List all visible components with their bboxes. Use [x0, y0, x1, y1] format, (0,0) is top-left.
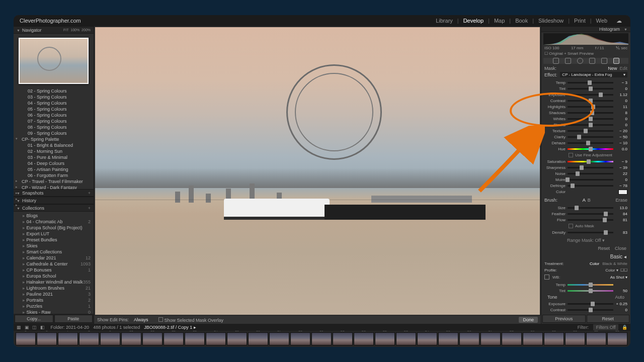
slider-dehaze[interactable]: Dehaze− 10 [544, 140, 627, 146]
slider-temp[interactable]: Temp− 3 [544, 79, 627, 85]
range-mask[interactable]: Range Mask: Off ▾ [541, 236, 630, 244]
filter-lock-icon[interactable]: 🔒 [622, 325, 627, 330]
collection-item[interactable]: Smart Collections [14, 249, 94, 255]
slider-contrast[interactable]: Contrast0 [544, 98, 627, 104]
preset-item[interactable]: 08 - Spring Colours [14, 124, 94, 130]
slider-whites[interactable]: Whites0 [544, 116, 627, 122]
show-pins-mode[interactable]: Always [134, 317, 148, 322]
slider-highlights[interactable]: Highlights11 [544, 104, 627, 110]
brush-b[interactable]: B [588, 198, 591, 203]
collection-item[interactable]: Lightroom Brushes21 [14, 285, 94, 291]
overlay-checkbox[interactable] [158, 317, 163, 322]
filmstrip-thumb[interactable]: 9 [100, 332, 120, 345]
filmstrip-thumb[interactable]: 21 [354, 332, 374, 345]
slider-feather[interactable]: Feather84 [544, 211, 627, 217]
slider-temp[interactable]: Temp [544, 282, 627, 288]
filmstrip-thumb[interactable]: 32 [586, 332, 606, 345]
brush-erase[interactable]: Erase [615, 198, 627, 203]
history-header[interactable]: History [14, 197, 94, 204]
slider-contrast[interactable]: Contrast0 [544, 307, 627, 313]
brush-tool-icon[interactable] [613, 58, 619, 64]
histogram-header[interactable]: Histogram [541, 26, 630, 32]
filmstrip-thumb[interactable]: 17 [269, 332, 289, 345]
preset-item[interactable]: 05 - Artisan Painting [14, 166, 94, 172]
color-swatch[interactable] [618, 190, 627, 195]
slider-defringe[interactable]: Defringe− 78 [544, 183, 627, 189]
loupe-view-icon[interactable]: ▣ [25, 325, 29, 330]
spot-tool-icon[interactable] [565, 58, 571, 64]
effect-preset-dropdown[interactable]: CP - Landscape - Extra Fog▾ [560, 72, 627, 77]
image-stage[interactable] [95, 27, 540, 315]
filmstrip-thumb[interactable]: 18 [290, 332, 310, 345]
collections-header[interactable]: Collections+ [14, 204, 94, 212]
preset-item[interactable]: 04 - Deep Colours [14, 160, 94, 166]
filmstrip[interactable]: 5678910111213141516171819202122232425262… [14, 331, 630, 347]
filmstrip-thumb[interactable]: 23 [396, 332, 416, 345]
survey-view-icon[interactable]: ◧ [40, 325, 45, 330]
filmstrip-thumb[interactable]: 27 [480, 332, 501, 345]
slider-tint[interactable]: Tint50 [544, 288, 627, 294]
filmstrip-thumb[interactable]: 8 [79, 332, 99, 345]
slider-clarity[interactable]: Clarity− 50 [544, 134, 627, 140]
slider-flow[interactable]: Flow81 [544, 217, 627, 223]
module-print[interactable]: Print [572, 18, 588, 24]
preset-item[interactable]: 06 - Forgotten Farm [14, 172, 94, 178]
slider-hue[interactable]: Hue0.0 [544, 146, 627, 152]
collections-list[interactable]: Blogs04 - Chromatic Ab2Europa School (Bi… [14, 212, 94, 314]
filmstrip-thumb[interactable]: 19 [311, 332, 332, 345]
local-reset[interactable]: Reset [598, 246, 610, 251]
slider-moire[interactable]: Moire0 [544, 176, 627, 183]
filmstrip-thumb[interactable]: 20 [333, 332, 353, 345]
collection-item[interactable]: Europa School (Big Project) [14, 225, 94, 231]
slider-tint[interactable]: Tint0 [544, 85, 627, 92]
basic-panel-header[interactable]: Basic ◂ [541, 252, 630, 260]
preset-item[interactable]: 03 - Pure & Minimal [14, 154, 94, 160]
redeye-tool-icon[interactable] [577, 58, 583, 64]
filmstrip-thumb[interactable]: 26 [459, 332, 479, 345]
slider-texture[interactable]: Texture− 20 [544, 128, 627, 134]
filmstrip-thumb[interactable]: 25 [438, 332, 458, 345]
preset-item[interactable]: 05 - Spring Colours [14, 106, 94, 112]
status-filename[interactable]: JBO09088-2.tif / Copy 1 ▸ [144, 325, 196, 330]
collection-item[interactable]: Calendar 202112 [14, 255, 94, 261]
slider-exposure[interactable]: Exposure1.12 [544, 92, 627, 98]
cloud-sync-icon[interactable]: ☁ [614, 18, 624, 24]
preset-item[interactable]: CP- Spring Palette [14, 136, 94, 142]
preset-item[interactable]: 01 - Bright & Balanced [14, 142, 94, 148]
collection-item[interactable]: Blogs [14, 213, 94, 219]
brush-a[interactable]: A [583, 198, 586, 203]
filmstrip-thumb[interactable]: 29 [523, 332, 543, 345]
slider-blacks[interactable]: Blacks0 [544, 122, 627, 128]
collection-item[interactable]: CP Bonuses1 [14, 267, 94, 273]
preset-item[interactable]: 07 - Spring Colours [14, 118, 94, 124]
preset-item[interactable]: 03 - Spring Colours [14, 94, 94, 100]
done-button[interactable]: Done [519, 317, 538, 323]
preset-item[interactable]: 02 - Spring Colours [14, 88, 94, 94]
automask-checkbox[interactable] [569, 224, 573, 228]
wb-dropper-icon[interactable] [544, 275, 549, 280]
reset-button[interactable]: Reset [587, 315, 630, 323]
collection-item[interactable]: Export LUT [14, 231, 94, 237]
filmstrip-thumb[interactable]: 6 [37, 332, 57, 345]
filters-toggle[interactable]: Filters Off [593, 324, 619, 330]
snapshots-header[interactable]: Snapshots+ [14, 189, 94, 197]
collection-item[interactable]: Preset Bundles [14, 237, 94, 243]
crop-tool-icon[interactable] [553, 58, 559, 64]
preset-item[interactable]: CP - Travel - Travel Filmmaker [14, 178, 94, 185]
filmstrip-thumb[interactable]: 30 [544, 332, 564, 345]
wb-dropdown[interactable]: As Shot ▾ [610, 275, 627, 280]
preset-list[interactable]: 02 - Spring Colours03 - Spring Colours04… [14, 87, 94, 189]
slider-saturation[interactable]: Saturation− 9 [544, 158, 627, 164]
grid-view-icon[interactable]: ▦ [17, 325, 21, 330]
filmstrip-thumb[interactable]: 12 [164, 332, 184, 345]
local-close[interactable]: Close [615, 246, 626, 251]
filmstrip-thumb[interactable]: 28 [502, 332, 522, 345]
filmstrip-thumb[interactable]: 22 [375, 332, 395, 345]
module-map[interactable]: Map [492, 18, 507, 24]
paste-button[interactable]: Paste [54, 315, 93, 323]
filmstrip-thumb[interactable]: 31 [565, 332, 585, 345]
preset-item[interactable]: CP - Wizard - Dark Fantasy [14, 185, 94, 189]
histogram[interactable] [543, 33, 628, 45]
collection-item[interactable]: Skies [14, 243, 94, 249]
mask-edit[interactable]: Edit [619, 66, 627, 71]
